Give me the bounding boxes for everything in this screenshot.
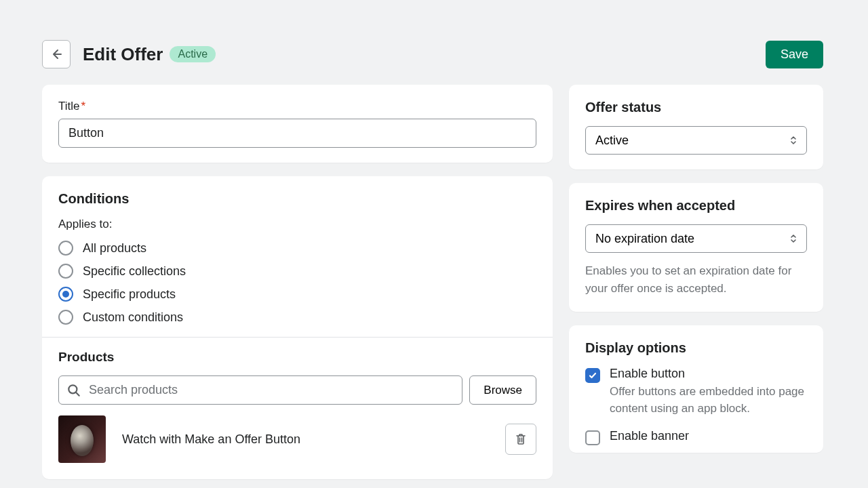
search-icon <box>66 383 81 398</box>
expires-select[interactable]: No expiration date <box>585 224 807 253</box>
back-button[interactable] <box>42 40 71 68</box>
products-heading: Products <box>58 350 536 365</box>
required-indicator: * <box>81 100 86 113</box>
divider <box>42 337 553 338</box>
enable-button-checkbox[interactable] <box>585 368 600 383</box>
radio-icon <box>58 241 73 256</box>
enable-banner-checkbox[interactable] <box>585 430 600 445</box>
title-card: Title* <box>42 85 553 163</box>
radio-icon <box>58 287 73 302</box>
expires-help-text: Enables you to set an expiration date fo… <box>585 262 807 297</box>
offer-status-heading: Offer status <box>585 100 807 115</box>
product-thumbnail <box>58 415 106 463</box>
check-icon <box>588 371 597 380</box>
radio-specific-collections[interactable]: Specific collections <box>58 264 536 279</box>
display-options-card: Display options Enable button Offer butt… <box>569 325 823 453</box>
save-button[interactable]: Save <box>766 41 823 68</box>
enable-button-label: Enable button <box>610 367 807 381</box>
offer-status-select[interactable]: Active <box>585 126 807 155</box>
applies-to-label: Applies to: <box>58 218 536 231</box>
enable-button-desc: Offer buttons are embedded into page con… <box>610 384 807 417</box>
radio-all-products[interactable]: All products <box>58 241 536 256</box>
enable-banner-label: Enable banner <box>610 429 689 443</box>
browse-button[interactable]: Browse <box>469 375 536 405</box>
radio-icon <box>58 264 73 279</box>
expires-card: Expires when accepted No expiration date… <box>569 183 823 312</box>
page-title: Edit Offer <box>83 44 163 65</box>
offer-status-card: Offer status Active <box>569 85 823 169</box>
page-header: Edit Offer Active Save <box>42 40 823 68</box>
search-products-input[interactable] <box>58 375 462 405</box>
radio-specific-products[interactable]: Specific products <box>58 287 536 302</box>
product-name: Watch with Make an Offer Button <box>122 432 489 447</box>
product-row: Watch with Make an Offer Button <box>58 415 536 463</box>
radio-icon <box>58 310 73 325</box>
display-options-heading: Display options <box>585 340 807 356</box>
conditions-card: Conditions Applies to: All products Spec… <box>42 176 553 479</box>
status-badge: Active <box>170 46 216 62</box>
delete-product-button[interactable] <box>505 424 536 455</box>
expires-heading: Expires when accepted <box>585 198 807 214</box>
radio-custom-conditions[interactable]: Custom conditions <box>58 310 536 325</box>
conditions-heading: Conditions <box>58 191 536 207</box>
trash-icon <box>514 432 528 446</box>
arrow-left-icon <box>50 47 63 61</box>
title-label: Title* <box>58 100 536 113</box>
title-input[interactable] <box>58 119 536 148</box>
